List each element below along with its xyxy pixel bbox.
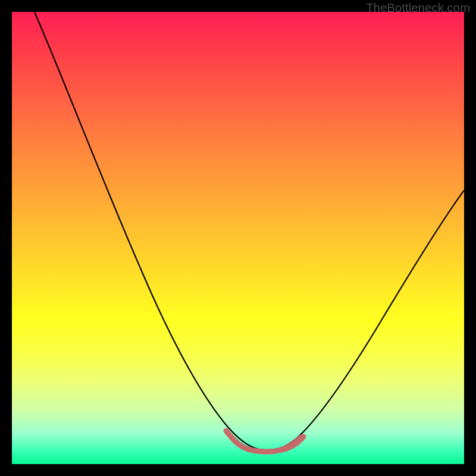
chart-frame: TheBottleneck.com: [0, 0, 476, 476]
bottleneck-curve-line: [35, 12, 464, 450]
plot-area: [12, 12, 464, 464]
watermark-text: TheBottleneck.com: [366, 1, 470, 15]
curve-svg: [12, 12, 464, 464]
